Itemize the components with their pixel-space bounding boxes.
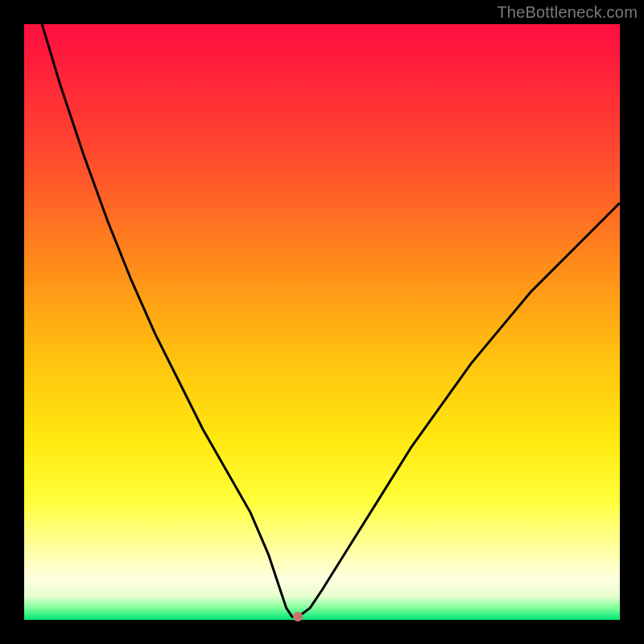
bottleneck-curve — [24, 24, 620, 620]
watermark-text: TheBottleneck.com — [497, 3, 638, 22]
minimum-marker — [293, 612, 303, 621]
chart-frame: TheBottleneck.com — [0, 0, 644, 644]
plot-area — [24, 24, 620, 620]
